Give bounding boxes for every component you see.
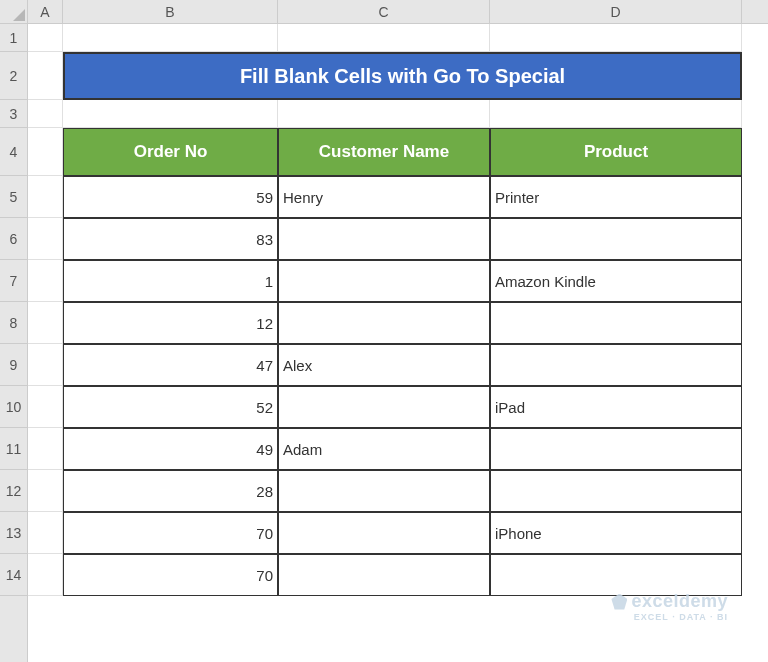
cell-product-5[interactable]: Printer xyxy=(490,176,742,218)
cell-order-no-8[interactable]: 12 xyxy=(63,302,278,344)
cell-grid: Fill Blank Cells with Go To SpecialOrder… xyxy=(28,24,768,662)
cell-D3[interactable] xyxy=(490,100,742,128)
column-headers: ABCD xyxy=(28,0,768,24)
cell-customer-12[interactable] xyxy=(278,470,490,512)
cell-customer-6[interactable] xyxy=(278,218,490,260)
grid-row-12: 28 xyxy=(28,470,768,512)
col-header-A[interactable]: A xyxy=(28,0,63,23)
cell-product-11[interactable] xyxy=(490,428,742,470)
cell-A12[interactable] xyxy=(28,470,63,512)
cell-product-9[interactable] xyxy=(490,344,742,386)
cell-product-6[interactable] xyxy=(490,218,742,260)
spreadsheet: ABCD 1234567891011121314 Fill Blank Cell… xyxy=(0,0,768,662)
cell-A5[interactable] xyxy=(28,176,63,218)
row-headers: 1234567891011121314 xyxy=(0,24,28,662)
grid-row-7: 1Amazon Kindle xyxy=(28,260,768,302)
cell-product-10[interactable]: iPad xyxy=(490,386,742,428)
row-header-8[interactable]: 8 xyxy=(0,302,27,344)
row-header-2[interactable]: 2 xyxy=(0,52,27,100)
cell-order-no-11[interactable]: 49 xyxy=(63,428,278,470)
cell-A3[interactable] xyxy=(28,100,63,128)
cell-D1[interactable] xyxy=(490,24,742,52)
cell-A6[interactable] xyxy=(28,218,63,260)
cell-B1[interactable] xyxy=(63,24,278,52)
grid-row-1 xyxy=(28,24,768,52)
cell-A7[interactable] xyxy=(28,260,63,302)
grid-row-5: 59HenryPrinter xyxy=(28,176,768,218)
select-all-corner[interactable] xyxy=(0,0,28,24)
header-order-no[interactable]: Order No xyxy=(63,128,278,176)
cell-customer-13[interactable] xyxy=(278,512,490,554)
cell-A11[interactable] xyxy=(28,428,63,470)
row-header-9[interactable]: 9 xyxy=(0,344,27,386)
grid-row-2: Fill Blank Cells with Go To Special xyxy=(28,52,768,100)
cell-A13[interactable] xyxy=(28,512,63,554)
row-header-7[interactable]: 7 xyxy=(0,260,27,302)
cell-A14[interactable] xyxy=(28,554,63,596)
cell-order-no-6[interactable]: 83 xyxy=(63,218,278,260)
title-bar[interactable]: Fill Blank Cells with Go To Special xyxy=(63,52,742,100)
cell-customer-5[interactable]: Henry xyxy=(278,176,490,218)
cell-order-no-13[interactable]: 70 xyxy=(63,512,278,554)
cell-order-no-5[interactable]: 59 xyxy=(63,176,278,218)
cell-A10[interactable] xyxy=(28,386,63,428)
cell-A2[interactable] xyxy=(28,52,63,100)
cell-C3[interactable] xyxy=(278,100,490,128)
cell-B3[interactable] xyxy=(63,100,278,128)
row-header-1[interactable]: 1 xyxy=(0,24,27,52)
cell-order-no-14[interactable]: 70 xyxy=(63,554,278,596)
row-header-13[interactable]: 13 xyxy=(0,512,27,554)
row-header-4[interactable]: 4 xyxy=(0,128,27,176)
cell-product-14[interactable] xyxy=(490,554,742,596)
grid-row-8: 12 xyxy=(28,302,768,344)
grid-row-10: 52iPad xyxy=(28,386,768,428)
cell-order-no-9[interactable]: 47 xyxy=(63,344,278,386)
cell-A4[interactable] xyxy=(28,128,63,176)
col-header-B[interactable]: B xyxy=(63,0,278,23)
row-header-12[interactable]: 12 xyxy=(0,470,27,512)
cell-customer-14[interactable] xyxy=(278,554,490,596)
row-header-10[interactable]: 10 xyxy=(0,386,27,428)
cell-customer-8[interactable] xyxy=(278,302,490,344)
grid-row-4: Order NoCustomer NameProduct xyxy=(28,128,768,176)
cell-product-8[interactable] xyxy=(490,302,742,344)
row-header-3[interactable]: 3 xyxy=(0,100,27,128)
grid-row-6: 83 xyxy=(28,218,768,260)
row-header-11[interactable]: 11 xyxy=(0,428,27,470)
col-header-D[interactable]: D xyxy=(490,0,742,23)
grid-row-3 xyxy=(28,100,768,128)
cell-A9[interactable] xyxy=(28,344,63,386)
grid-row-13: 70iPhone xyxy=(28,512,768,554)
cell-A8[interactable] xyxy=(28,302,63,344)
cell-C1[interactable] xyxy=(278,24,490,52)
grid-row-14: 70 xyxy=(28,554,768,596)
grid-row-11: 49Adam xyxy=(28,428,768,470)
cell-product-12[interactable] xyxy=(490,470,742,512)
cell-order-no-10[interactable]: 52 xyxy=(63,386,278,428)
cell-order-no-7[interactable]: 1 xyxy=(63,260,278,302)
cell-product-7[interactable]: Amazon Kindle xyxy=(490,260,742,302)
cell-order-no-12[interactable]: 28 xyxy=(63,470,278,512)
cell-product-13[interactable]: iPhone xyxy=(490,512,742,554)
grid-row-9: 47Alex xyxy=(28,344,768,386)
row-header-5[interactable]: 5 xyxy=(0,176,27,218)
row-header-14[interactable]: 14 xyxy=(0,554,27,596)
col-header-C[interactable]: C xyxy=(278,0,490,23)
header-customer-name[interactable]: Customer Name xyxy=(278,128,490,176)
header-product[interactable]: Product xyxy=(490,128,742,176)
row-header-6[interactable]: 6 xyxy=(0,218,27,260)
cell-A1[interactable] xyxy=(28,24,63,52)
cell-customer-7[interactable] xyxy=(278,260,490,302)
cell-customer-11[interactable]: Adam xyxy=(278,428,490,470)
cell-customer-10[interactable] xyxy=(278,386,490,428)
cell-customer-9[interactable]: Alex xyxy=(278,344,490,386)
